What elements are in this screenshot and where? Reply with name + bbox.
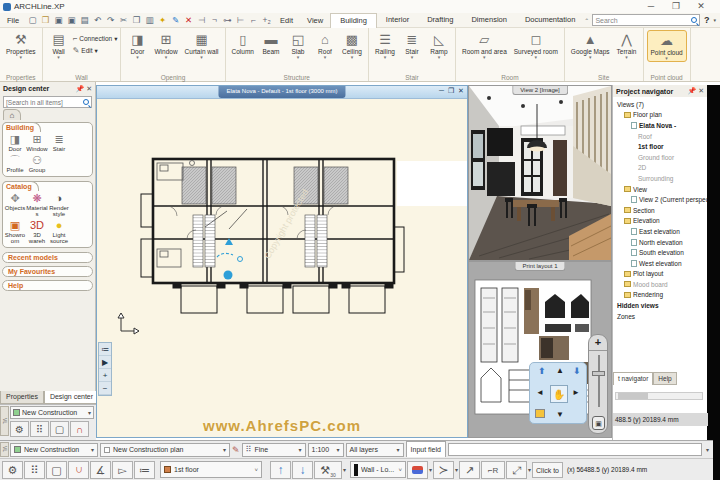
- tree-item-mood-board[interactable]: Mood board: [615, 279, 707, 290]
- tree-item-south-elevation[interactable]: South elevation: [615, 247, 707, 258]
- zoom-in-button[interactable]: +: [589, 335, 607, 351]
- magnet-snap-icon[interactable]: ∩: [70, 421, 89, 437]
- door-button[interactable]: ◨Door▾: [124, 30, 150, 60]
- zoom-slider[interactable]: + ▣: [588, 334, 608, 434]
- tree-item-west-elevation[interactable]: West elevation: [615, 258, 707, 269]
- tree-item-east-elevation[interactable]: East elevation: [615, 226, 707, 237]
- chevron-down-icon[interactable]: ▾: [455, 466, 458, 473]
- tree-item-ground-floor[interactable]: Ground floor: [615, 152, 707, 163]
- tree-item-views-7-[interactable]: Views (7): [615, 99, 707, 110]
- pan-right-icon[interactable]: ►: [572, 389, 580, 397]
- view2-window[interactable]: View 2 [Image]: [468, 85, 612, 261]
- chevron-down-icon[interactable]: ▾: [343, 466, 346, 473]
- pin-icon[interactable]: 📌: [687, 87, 696, 94]
- dc-item-render-style[interactable]: ◑Render style: [48, 192, 70, 217]
- zoom-handle[interactable]: [592, 371, 605, 376]
- format-painter-icon[interactable]: ✦: [156, 15, 169, 25]
- dc-bar-my-favourites[interactable]: My Favourites: [2, 266, 93, 277]
- new-document-icon[interactable]: ▢: [26, 15, 39, 25]
- panel-close-icon[interactable]: ✕: [86, 85, 92, 92]
- command-input-field[interactable]: [448, 443, 702, 456]
- pan-down-blue-icon[interactable]: ⬇: [573, 367, 581, 375]
- wall-style-dropdown[interactable]: Wall - Lo... ˅: [350, 461, 406, 478]
- menu-view[interactable]: View: [300, 16, 330, 25]
- paste-icon[interactable]: ▥: [143, 15, 156, 25]
- stair-button[interactable]: ≣Stair▾: [399, 30, 425, 60]
- help-dropdown-icon[interactable]: ▾: [713, 17, 716, 23]
- panel-close-icon[interactable]: ✕: [698, 87, 704, 94]
- selection-marquee-icon[interactable]: ▢: [50, 421, 69, 437]
- tree-item-2d[interactable]: 2D: [615, 163, 707, 174]
- pan-up-icon[interactable]: ▲: [556, 367, 564, 375]
- grid-snap-icon[interactable]: ⠿: [30, 421, 49, 437]
- tree-item-plot-layout[interactable]: Plot layout: [615, 269, 707, 280]
- pan-left-icon[interactable]: ◄: [536, 389, 544, 397]
- dock-side-tab[interactable]: VL: [0, 406, 9, 436]
- terrain-button[interactable]: ⋀Terrain▾: [614, 30, 640, 60]
- chevron-down-icon[interactable]: ▾: [528, 466, 531, 473]
- status-side-tab[interactable]: VL: [0, 442, 9, 457]
- dc-item-profile[interactable]: ⌒Profile: [4, 154, 26, 173]
- pan-hand-icon[interactable]: ✋: [550, 385, 568, 403]
- dock-tab-properties[interactable]: Properties: [0, 391, 44, 404]
- point-cloud-button[interactable]: ☁Point cloud▾: [647, 30, 687, 62]
- minimize-button[interactable]: ─: [640, 1, 662, 11]
- settings-gear-icon[interactable]: ⚙: [10, 421, 29, 437]
- roof-button[interactable]: ⌂Roof▾: [312, 30, 338, 60]
- pin-icon[interactable]: 📌: [75, 85, 84, 92]
- plan-window-controls[interactable]: ─ ❐ ✕: [439, 87, 465, 95]
- layer-filter-dropdown[interactable]: All layers ▾: [346, 443, 404, 457]
- layer-set-dropdown[interactable]: New Construction ▾: [10, 443, 98, 457]
- ribbon-tab-interior[interactable]: Interior: [377, 13, 418, 28]
- plan-dropdown[interactable]: New Construction plan ▾: [100, 443, 230, 457]
- menu-file[interactable]: File: [0, 16, 26, 25]
- dc-bar-recent-models[interactable]: Recent models: [2, 252, 93, 263]
- ribbon-tab-drafting[interactable]: Drafting: [418, 13, 462, 28]
- collapse-ribbon-icon[interactable]: ⌃: [584, 17, 589, 24]
- floor-plan-canvas[interactable]: Copyright protected ≔ ▶ + − www.AhrefsPC…: [97, 99, 467, 437]
- tree-item-floor-plan[interactable]: Floor plan: [615, 110, 707, 121]
- menu-edit[interactable]: Edit: [273, 16, 300, 25]
- help-button[interactable]: ?: [700, 15, 714, 25]
- print-icon[interactable]: ▤: [78, 15, 91, 25]
- ceiling-button[interactable]: ▩Ceiling▾: [339, 30, 365, 60]
- dock-tab-design-center[interactable]: Design center: [44, 391, 99, 404]
- tree-item-1st-floor[interactable]: 1st floor: [615, 141, 707, 152]
- settings-gear-button[interactable]: ⚙: [2, 461, 23, 479]
- floor-plan-drawing[interactable]: [97, 99, 467, 437]
- navigator-tab-help[interactable]: Help: [653, 372, 676, 385]
- dock-layer-set-dropdown[interactable]: New Construction ▾: [10, 406, 94, 419]
- dc-item-door[interactable]: ◨Door: [4, 133, 26, 152]
- ramp-button[interactable]: ◺Ramp▾: [426, 30, 452, 60]
- floor-up-button[interactable]: ↑: [270, 461, 291, 479]
- eraser-icon[interactable]: [407, 461, 428, 479]
- tree-item-roof[interactable]: Roof: [615, 131, 707, 142]
- direction-arrow-icon[interactable]: ≻: [433, 461, 454, 479]
- close-button[interactable]: ✕: [690, 1, 712, 11]
- pen-style-icon[interactable]: ✎: [232, 445, 240, 455]
- magnet-snap-button[interactable]: ∩: [68, 461, 89, 479]
- zoom-out-icon[interactable]: −: [99, 382, 111, 395]
- navigation-pad[interactable]: ⬆ ▲ ⬇ ◄ ► ▼ ✋: [529, 362, 587, 424]
- dc-item-3d-wareh[interactable]: 3D3D wareh: [26, 219, 48, 244]
- copy-icon[interactable]: ❐: [130, 15, 143, 25]
- dc-item-objects[interactable]: ✥Objects: [4, 192, 26, 217]
- zoom-in-icon[interactable]: +: [99, 369, 111, 382]
- dc-item-stair[interactable]: ≣Stair: [48, 133, 70, 152]
- pan-up-blue-icon[interactable]: ⬆: [538, 367, 546, 375]
- delete-icon[interactable]: ✕: [182, 15, 195, 25]
- room-and-area-button[interactable]: ▱Room and area▾: [459, 30, 510, 60]
- view2-3d-render[interactable]: [469, 86, 611, 260]
- tree-item-zones[interactable]: Zones: [615, 311, 707, 322]
- measure-icon[interactable]: ⤢: [506, 461, 527, 479]
- tree-item-north-elevation[interactable]: North elevation: [615, 237, 707, 248]
- cut-icon[interactable]: ✂: [117, 15, 130, 25]
- save-as-icon[interactable]: ▣: [65, 15, 78, 25]
- edit-height-button[interactable]: ⚒30: [314, 461, 342, 479]
- window-button[interactable]: ⊞Window▾: [151, 30, 180, 60]
- column-button[interactable]: ▯Column: [229, 30, 257, 56]
- snap-angle-icon[interactable]: ⌐: [247, 15, 260, 25]
- dc-bar-help[interactable]: Help: [2, 280, 93, 291]
- dc-item-group[interactable]: ⚇Group: [26, 154, 48, 173]
- surveyed-room-button[interactable]: ◻Surveyed room▾: [511, 30, 561, 60]
